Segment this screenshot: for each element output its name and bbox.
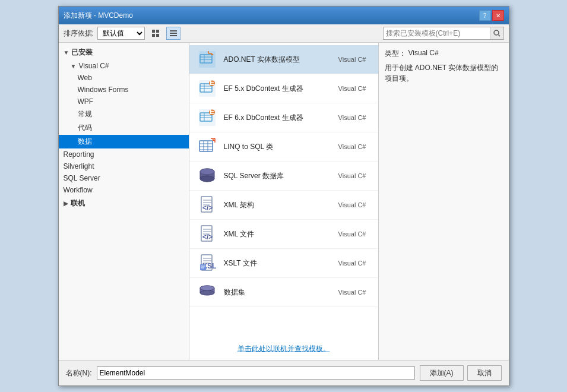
cancel-button[interactable]: 取消 <box>467 365 502 381</box>
item-name-9: 数据集 <box>224 287 319 298</box>
svg-rect-0 <box>152 30 155 33</box>
main-content: ▼ 已安装 ▼ Visual C# Web Windows Forms WPF <box>59 43 509 360</box>
online-header[interactable]: ▶ 联机 <box>59 196 189 211</box>
add-button[interactable]: 添加(A) <box>420 365 464 381</box>
search-input[interactable] <box>384 27 490 39</box>
svg-rect-4 <box>170 30 177 31</box>
tree-item-visual-csharp[interactable]: ▼ Visual C# <box>59 60 189 72</box>
left-panel: ▼ 已安装 ▼ Visual C# Web Windows Forms WPF <box>59 43 189 360</box>
item-name-5: SQL Server 数据库 <box>224 171 319 181</box>
web-label: Web <box>78 74 92 82</box>
list-item[interactable]: XSL XSLT 文件 Visual C# <box>189 249 378 278</box>
tree-item-silverlight[interactable]: Silverlight <box>59 160 189 172</box>
item-tag-3: Visual C# <box>319 114 366 121</box>
item-tag-9: Visual C# <box>319 289 366 296</box>
item-name-8: XSLT 文件 <box>224 258 319 268</box>
sort-select[interactable]: 默认值 <box>97 27 145 40</box>
installed-label: 已安装 <box>71 48 93 58</box>
close-button[interactable]: ✕ <box>492 10 504 21</box>
item-name-4: LINQ to SQL 类 <box>224 142 319 152</box>
list-item[interactable]: 数据集 Visual C# <box>189 278 378 307</box>
item-tag-7: Visual C# <box>319 230 366 238</box>
sort-label: 排序依据: <box>64 29 94 39</box>
center-panel: ADO.NET 实体数据模型 Visual C# E <box>189 43 378 360</box>
main-window: 添加新项 - MVCDemo ? ✕ 排序依据: 默认值 <box>58 6 509 386</box>
reporting-label: Reporting <box>64 150 94 159</box>
sqldb-icon <box>197 165 218 186</box>
search-button[interactable] <box>490 27 503 39</box>
item-tag-1: Visual C# <box>319 56 366 63</box>
tree-item-sql-server[interactable]: SQL Server <box>59 172 189 184</box>
title-bar: 添加新项 - MVCDemo ? ✕ <box>59 7 509 24</box>
xslt-icon: XSL <box>197 252 218 274</box>
item-name-1: ADO.NET 实体数据模型 <box>224 55 319 65</box>
installed-section: ▼ 已安装 ▼ Visual C# Web Windows Forms WPF <box>59 45 189 196</box>
svg-rect-5 <box>170 33 177 34</box>
svg-point-7 <box>494 30 499 35</box>
svg-text:</>: </> <box>202 204 213 212</box>
workflow-label: Workflow <box>64 186 93 194</box>
item-name-2: EF 5.x DbContext 生成器 <box>224 84 319 94</box>
right-panel: 类型： Visual C# 用于创建 ADO.NET 实体数据模型的项目项。 <box>378 43 509 360</box>
list-view-button[interactable] <box>166 27 180 40</box>
online-link[interactable]: 单击此处以联机并查找模板。 <box>237 344 330 353</box>
ef6-icon: E <box>197 107 218 128</box>
tree-item-normal[interactable]: 常规 <box>59 108 189 121</box>
tree-item-wpf[interactable]: WPF <box>59 96 189 108</box>
tree-item-windows-forms[interactable]: Windows Forms <box>59 84 189 96</box>
online-arrow: ▶ <box>64 200 68 207</box>
type-value: Visual C# <box>408 49 439 59</box>
list-item[interactable]: E EF 5.x DbContext 生成器 Visual C# <box>189 74 378 103</box>
ado-icon <box>197 49 218 70</box>
online-section: ▶ 联机 <box>59 196 189 211</box>
visual-csharp-arrow: ▼ <box>71 63 77 69</box>
help-button[interactable]: ? <box>479 10 491 21</box>
svg-rect-3 <box>156 34 159 37</box>
list-item[interactable]: E EF 6.x DbContext 生成器 Visual C# <box>189 103 378 132</box>
items-list: ADO.NET 实体数据模型 Visual C# E <box>189 43 378 338</box>
title-bar-controls: ? ✕ <box>479 10 504 21</box>
list-item[interactable]: SQL Server 数据库 Visual C# <box>189 162 378 191</box>
button-row: 添加(A) 取消 <box>420 365 502 381</box>
tree-item-workflow[interactable]: Workflow <box>59 184 189 196</box>
svg-rect-2 <box>152 34 155 37</box>
dataset-icon <box>197 282 218 303</box>
name-label: 名称(N): <box>66 368 92 378</box>
type-label: 类型： <box>385 49 406 59</box>
svg-text:E: E <box>209 108 214 116</box>
item-tag-5: Visual C# <box>319 172 366 179</box>
list-item[interactable]: </> XML 文件 Visual C# <box>189 220 378 249</box>
xml-schema-icon: </> <box>197 194 218 216</box>
online-label: 联机 <box>71 198 85 208</box>
name-input[interactable] <box>97 366 415 380</box>
type-row: 类型： Visual C# <box>385 49 503 59</box>
item-name-3: EF 6.x DbContext 生成器 <box>224 113 319 123</box>
svg-point-45 <box>200 169 214 175</box>
list-item[interactable]: ADO.NET 实体数据模型 Visual C# <box>189 45 378 74</box>
item-name-6: XML 架构 <box>224 200 319 210</box>
list-item[interactable]: LINQ to SQL 类 Visual C# <box>189 132 378 162</box>
title-bar-left: 添加新项 - MVCDemo <box>64 11 133 21</box>
tree-item-data[interactable]: 数据 <box>59 135 189 148</box>
tree-item-web[interactable]: Web <box>59 72 189 84</box>
grid-view-button[interactable] <box>148 27 163 40</box>
svg-rect-1 <box>156 30 159 33</box>
item-tag-4: Visual C# <box>319 143 366 150</box>
link-area: 单击此处以联机并查找模板。 <box>189 338 378 360</box>
item-tag-6: Visual C# <box>319 201 366 208</box>
svg-rect-6 <box>170 35 177 36</box>
item-tag-8: Visual C# <box>319 260 366 267</box>
silverlight-label: Silverlight <box>64 162 94 170</box>
xml-file-icon: </> <box>197 223 218 245</box>
svg-point-69 <box>200 286 214 290</box>
list-item[interactable]: </> XML 架构 Visual C# <box>189 191 378 220</box>
svg-point-66 <box>200 290 214 295</box>
toolbar: 排序依据: 默认值 <box>59 24 509 43</box>
data-label: 数据 <box>78 137 92 147</box>
tree-item-reporting[interactable]: Reporting <box>59 148 189 160</box>
item-tag-2: Visual C# <box>319 85 366 92</box>
svg-text:E: E <box>209 79 214 87</box>
tree-item-code[interactable]: 代码 <box>59 121 189 135</box>
installed-header[interactable]: ▼ 已安装 <box>59 45 189 60</box>
normal-label: 常规 <box>78 109 92 119</box>
